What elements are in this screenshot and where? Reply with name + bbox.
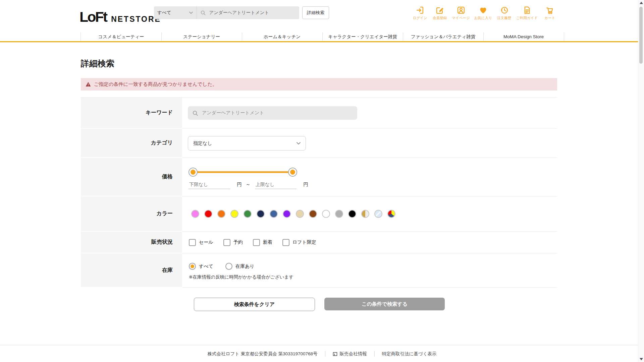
price-inputs: 円 ～ 円 (189, 181, 308, 189)
price-range-tilde: ～ (246, 181, 251, 188)
category-row: カテゴリ 指定なし (81, 129, 557, 158)
color-swatch-black[interactable] (348, 210, 356, 218)
mypage-icon (457, 6, 466, 15)
color-swatch-orange[interactable] (217, 210, 225, 218)
color-label: カラー (81, 196, 182, 232)
category-select[interactable]: 指定なし (188, 136, 306, 150)
checkbox-box[interactable] (253, 239, 260, 246)
storefront-icon (333, 352, 337, 356)
color-swatch-pink[interactable] (191, 210, 199, 218)
color-swatch-beige[interactable] (296, 210, 304, 218)
radio-dot[interactable] (189, 263, 196, 270)
footer-link-tokushoho[interactable]: 特定商取引法に基づく表示 (382, 351, 437, 357)
loft-logo[interactable]: LoFt NETSTORE (79, 9, 161, 25)
price-slider (189, 168, 297, 177)
footer-divider (374, 351, 375, 357)
checkbox-label: ロフト限定 (292, 239, 316, 245)
nav-item-fashion-variety[interactable]: ファッション＆バラエティ雑貨 (403, 32, 483, 41)
page: LoFt NETSTORE すべて 詳細検索 ログイン (0, 0, 644, 362)
login-link[interactable]: ログイン (412, 6, 428, 20)
nav-item-stationery[interactable]: ステーショナリー (161, 32, 242, 41)
category-select-value: 指定なし (193, 140, 212, 146)
checkbox-box[interactable] (189, 239, 196, 246)
color-swatch-yellow[interactable] (230, 210, 238, 218)
header-quick-links: ログイン 会員登録 マイページ お気に入り 注文履歴 ご利用ガイド (412, 6, 557, 20)
color-swatch-gold-silver[interactable] (361, 210, 369, 218)
guide-label: ご利用ガイド (516, 16, 538, 20)
color-swatches (191, 210, 395, 218)
checkbox-box[interactable] (223, 239, 230, 246)
color-swatch-red[interactable] (204, 210, 212, 218)
no-results-message: ご指定の条件に一致する商品が見つかりませんでした。 (94, 81, 217, 87)
sales-status-content: セール 予約 新着 ロフト限定 (182, 232, 557, 253)
color-swatch-purple[interactable] (283, 210, 291, 218)
price-max-input[interactable] (255, 182, 297, 189)
footer-link-company-info[interactable]: 販売会社情報 (333, 351, 367, 357)
register-icon (435, 6, 444, 15)
nav-item-home-kitchen[interactable]: ホーム＆キッチン (242, 32, 322, 41)
radio-label: 在庫あり (235, 263, 255, 269)
favorites-link[interactable]: お気に入り (474, 6, 492, 20)
checkbox-box[interactable] (282, 239, 289, 246)
price-slider-min-handle[interactable] (189, 168, 198, 177)
cart-icon (545, 6, 554, 15)
keyword-label: キーワード (81, 98, 182, 129)
price-label: 価格 (81, 158, 182, 196)
search-form: キーワード カテゴリ 指定なし 価格 (81, 97, 557, 288)
color-swatch-clear[interactable] (374, 210, 382, 218)
radio-dot[interactable] (225, 263, 232, 270)
login-icon (416, 6, 425, 15)
scrollbar-thumb[interactable] (639, 7, 643, 64)
keyword-field[interactable] (188, 106, 357, 120)
keyword-input[interactable] (201, 110, 353, 116)
checkbox-reservation[interactable]: 予約 (223, 239, 243, 246)
color-swatch-green[interactable] (244, 210, 252, 218)
radio-in-stock[interactable]: 在庫あり (225, 263, 255, 270)
price-slider-max-handle[interactable] (288, 168, 297, 177)
radio-all[interactable]: すべて (189, 263, 213, 270)
order-history-link[interactable]: 注文履歴 (496, 6, 512, 20)
search-query-field[interactable] (197, 6, 299, 19)
scrollbar-up-arrow[interactable] (640, 2, 643, 4)
detail-search-button[interactable]: 詳細検索 (302, 6, 329, 19)
checkbox-loft-limited[interactable]: ロフト限定 (282, 239, 316, 246)
search-scope-select[interactable]: すべて (154, 6, 196, 19)
cart-link[interactable]: カート (542, 6, 557, 20)
register-label: 会員登録 (433, 16, 447, 20)
search-with-conditions-button[interactable]: この条件で検索する (324, 298, 445, 310)
detail-search-label: 詳細検索 (307, 10, 324, 16)
scrollbar-down-arrow[interactable] (640, 358, 643, 360)
price-min-unit: 円 (237, 181, 242, 188)
clear-conditions-label: 検索条件をクリア (234, 301, 275, 308)
color-swatch-brown[interactable] (309, 210, 317, 218)
mypage-link[interactable]: マイページ (452, 6, 470, 20)
nav-item-character[interactable]: キャラクター・クリエイター雑貨 (322, 32, 403, 41)
color-swatch-white[interactable] (322, 210, 330, 218)
register-link[interactable]: 会員登録 (432, 6, 447, 20)
color-swatch-navy[interactable] (257, 210, 265, 218)
price-row: 価格 円 ～ 円 (81, 158, 557, 196)
stock-content: すべて 在庫あり ※在庫情報の反映に時間がかかる場合がございます (182, 253, 557, 288)
nav-item-cosme[interactable]: コスメ＆ビューティー (81, 32, 161, 41)
checkbox-sale[interactable]: セール (189, 239, 213, 246)
sales-status-options: セール 予約 新着 ロフト限定 (189, 232, 316, 253)
search-icon (201, 10, 205, 15)
keyword-row: キーワード (81, 98, 557, 129)
scrollbar[interactable] (638, 0, 644, 362)
category-content: 指定なし (182, 129, 557, 158)
price-min-input[interactable] (189, 182, 230, 189)
chevron-down-icon (189, 12, 193, 14)
color-swatch-gray[interactable] (335, 210, 343, 218)
color-swatch-multicolor[interactable] (387, 210, 395, 218)
checkbox-new-arrival[interactable]: 新着 (253, 239, 272, 246)
clear-conditions-button[interactable]: 検索条件をクリア (194, 298, 315, 311)
nav-item-moma[interactable]: MoMA Design Store (483, 32, 564, 41)
color-swatch-blue[interactable] (270, 210, 278, 218)
guide-link[interactable]: ご利用ガイド (516, 6, 538, 20)
footer-company-text: 株式会社ロフト 東京都公安委員会 第303319700768号 (207, 351, 317, 357)
stock-options: すべて 在庫あり (189, 263, 255, 270)
stock-note: ※在庫情報の反映に時間がかかる場合がございます (189, 274, 293, 280)
search-query-input[interactable] (208, 10, 295, 16)
stock-row: 在庫 すべて 在庫あり ※在庫情報の反映に時間がかかる場合がございます (81, 253, 557, 288)
header-search-bar: すべて 詳細検索 (154, 6, 329, 19)
